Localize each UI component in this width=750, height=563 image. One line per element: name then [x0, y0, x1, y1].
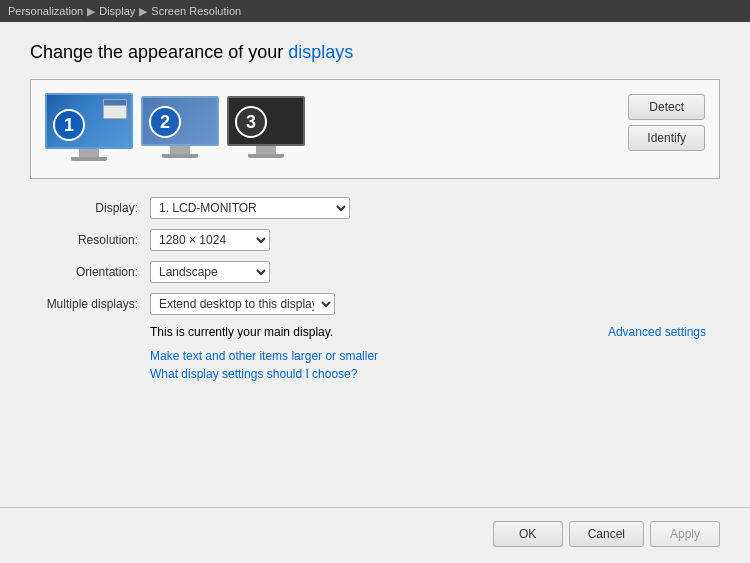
- orientation-select[interactable]: Landscape: [150, 261, 270, 283]
- display-settings-form: Display: 1. LCD-MONITOR Resolution: 1280…: [30, 197, 720, 315]
- display-row: Display: 1. LCD-MONITOR: [30, 197, 720, 219]
- page-title: Change the appearance of your displays: [30, 42, 720, 63]
- orientation-row: Orientation: Landscape: [30, 261, 720, 283]
- monitor-action-buttons: Detect Identify: [628, 94, 705, 151]
- breadcrumb-sep-1: ▶: [87, 5, 95, 18]
- monitor-2-base: [162, 154, 198, 158]
- monitor-1-stand: [79, 149, 99, 157]
- monitor-2-stand: [170, 146, 190, 154]
- multiple-displays-row: Multiple displays: Extend desktop to thi…: [30, 293, 720, 315]
- ok-button[interactable]: OK: [493, 521, 563, 547]
- monitor-3-number: 3: [235, 106, 267, 138]
- monitor-3-base: [248, 154, 284, 158]
- detect-button[interactable]: Detect: [628, 94, 705, 120]
- monitor-3-stand: [256, 146, 276, 154]
- breadcrumb-display[interactable]: Display: [99, 5, 135, 17]
- monitor-2-body: 2: [141, 96, 219, 146]
- display-settings-link-row: What display settings should I choose?: [150, 367, 720, 381]
- monitor-1-body: 1: [45, 93, 133, 149]
- breadcrumb-sep-2: ▶: [139, 5, 147, 18]
- display-settings-link[interactable]: What display settings should I choose?: [150, 367, 357, 381]
- advanced-settings-link[interactable]: Advanced settings: [608, 325, 706, 339]
- multiple-displays-label: Multiple displays:: [30, 297, 150, 311]
- monitor-2-number: 2: [149, 106, 181, 138]
- monitor-3-icon[interactable]: 3: [227, 96, 305, 162]
- resolution-select[interactable]: 1280 × 1024: [150, 229, 270, 251]
- window-graphic: [103, 99, 127, 119]
- page-title-plain: Change the appearance of your: [30, 42, 288, 62]
- monitor-1-number: 1: [53, 109, 85, 141]
- monitor-2-icon[interactable]: 2: [141, 96, 219, 162]
- main-area: Change the appearance of your displays 1…: [0, 22, 750, 563]
- breadcrumb-screen-resolution: Screen Resolution: [151, 5, 241, 17]
- bottom-separator: [0, 507, 750, 508]
- page-title-highlight: displays: [288, 42, 353, 62]
- main-display-status: This is currently your main display.: [150, 325, 333, 339]
- text-size-link[interactable]: Make text and other items larger or smal…: [150, 349, 378, 363]
- breadcrumb-personalization[interactable]: Personalization: [8, 5, 83, 17]
- orientation-label: Orientation:: [30, 265, 150, 279]
- display-select[interactable]: 1. LCD-MONITOR: [150, 197, 350, 219]
- apply-button[interactable]: Apply: [650, 521, 720, 547]
- text-size-link-row: Make text and other items larger or smal…: [150, 349, 720, 363]
- cancel-button[interactable]: Cancel: [569, 521, 644, 547]
- status-row: This is currently your main display. Adv…: [150, 325, 706, 339]
- resolution-row: Resolution: 1280 × 1024: [30, 229, 720, 251]
- bottom-buttons: OK Cancel Apply: [493, 521, 720, 547]
- identify-button[interactable]: Identify: [628, 125, 705, 151]
- monitor-1-base: [71, 157, 107, 161]
- monitor-3-body: 3: [227, 96, 305, 146]
- multiple-displays-select[interactable]: Extend desktop to this display: [150, 293, 335, 315]
- monitor-preview-box: 1 2 3 Detect Identify: [30, 79, 720, 179]
- resolution-label: Resolution:: [30, 233, 150, 247]
- monitor-1-icon[interactable]: 1: [45, 93, 133, 165]
- display-label: Display:: [30, 201, 150, 215]
- breadcrumb-bar: Personalization ▶ Display ▶ Screen Resol…: [0, 0, 750, 22]
